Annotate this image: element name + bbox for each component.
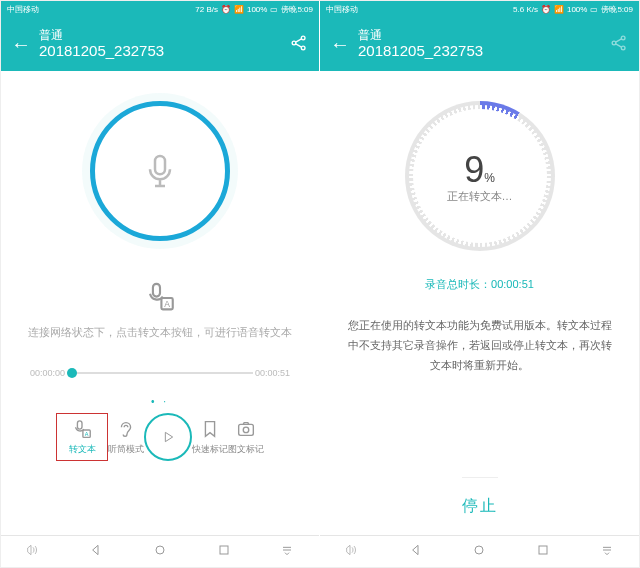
transcribe-icon: A bbox=[71, 419, 93, 441]
signal-icon: 📶 bbox=[554, 5, 564, 14]
photomark-button[interactable]: 图文标记 bbox=[228, 418, 264, 456]
svg-point-11 bbox=[243, 427, 249, 433]
quickmark-button[interactable]: 快速标记 bbox=[192, 418, 228, 456]
status-bar: 中国移动 5.6 K/s ⏰ 📶 100% ▭ 傍晚5:09 bbox=[320, 1, 639, 17]
ring-label: 正在转文本… bbox=[447, 189, 513, 204]
svg-text:A: A bbox=[85, 430, 89, 436]
bookmark-icon bbox=[199, 418, 221, 440]
slider-track[interactable] bbox=[67, 372, 253, 374]
percent-value: 9 bbox=[464, 149, 484, 190]
clock: 傍晚5:09 bbox=[601, 4, 633, 15]
progress-slider[interactable]: 00:00:00 00:00:51 bbox=[30, 368, 290, 378]
transcribe-hint-icon: A bbox=[28, 281, 292, 317]
clock: 傍晚5:09 bbox=[281, 4, 313, 15]
headset-button[interactable]: 听筒模式 bbox=[108, 418, 144, 456]
nav-bar bbox=[320, 535, 639, 567]
svg-text:A: A bbox=[164, 299, 170, 309]
phone-right: 中国移动 5.6 K/s ⏰ 📶 100% ▭ 傍晚5:09 ← 普通 2018… bbox=[320, 1, 639, 567]
svg-point-15 bbox=[621, 36, 625, 40]
carrier: 中国移动 bbox=[7, 4, 39, 15]
nav-recent-icon[interactable] bbox=[216, 542, 232, 562]
stop-button[interactable]: 停止 bbox=[462, 477, 498, 535]
svg-point-0 bbox=[292, 41, 296, 45]
svg-rect-4 bbox=[153, 284, 160, 297]
percent-unit: % bbox=[484, 171, 495, 185]
nav-recent-icon[interactable] bbox=[535, 542, 551, 562]
battery-icon: ▭ bbox=[270, 5, 278, 14]
nav-bar bbox=[1, 535, 319, 567]
net-speed: 72 B/s bbox=[195, 5, 218, 14]
nav-back-icon[interactable] bbox=[408, 542, 424, 562]
carrier: 中国移动 bbox=[326, 4, 358, 15]
nav-home-icon[interactable] bbox=[471, 542, 487, 562]
time-end: 00:00:51 bbox=[255, 368, 290, 378]
play-button[interactable] bbox=[144, 413, 192, 461]
back-icon[interactable]: ← bbox=[330, 33, 350, 56]
svg-point-14 bbox=[612, 41, 616, 45]
hint-block: A 连接网络状态下，点击转文本按钮，可进行语音转文本 bbox=[28, 281, 292, 340]
svg-point-16 bbox=[621, 46, 625, 50]
play-icon bbox=[144, 413, 192, 461]
net-speed: 5.6 K/s bbox=[513, 5, 538, 14]
toolbar: A 转文本 听筒模式 快速标记 图文标记 bbox=[56, 407, 264, 465]
svg-point-1 bbox=[301, 36, 305, 40]
transcribe-label: 转文本 bbox=[69, 443, 96, 456]
status-bar: 中国移动 72 B/s ⏰ 📶 100% ▭ 傍晚5:09 bbox=[1, 1, 319, 17]
svg-point-17 bbox=[475, 546, 483, 554]
share-icon[interactable] bbox=[609, 33, 629, 56]
svg-rect-18 bbox=[539, 546, 547, 554]
headset-label: 听筒模式 bbox=[108, 443, 144, 456]
duration-value: 00:00:51 bbox=[491, 278, 534, 290]
record-circle[interactable] bbox=[90, 101, 230, 241]
duration-line: 录音总时长：00:00:51 bbox=[425, 277, 534, 292]
nav-voice-icon[interactable] bbox=[344, 542, 360, 562]
photomark-label: 图文标记 bbox=[228, 443, 264, 456]
alarm-icon: ⏰ bbox=[541, 5, 551, 14]
ear-icon bbox=[115, 418, 137, 440]
nav-back-icon[interactable] bbox=[88, 542, 104, 562]
svg-point-2 bbox=[301, 46, 305, 50]
svg-rect-13 bbox=[220, 546, 228, 554]
nav-home-icon[interactable] bbox=[152, 542, 168, 562]
slider-knob[interactable] bbox=[67, 368, 77, 378]
progress-ring: 9% 正在转文本… bbox=[405, 101, 555, 251]
battery-pct: 100% bbox=[247, 5, 267, 14]
svg-rect-10 bbox=[239, 424, 254, 435]
app-header: ← 普通 20181205_232753 bbox=[1, 17, 319, 71]
svg-rect-7 bbox=[77, 420, 82, 428]
svg-rect-3 bbox=[155, 156, 165, 174]
phone-left: 中国移动 72 B/s ⏰ 📶 100% ▭ 傍晚5:09 ← 普通 20181… bbox=[1, 1, 320, 567]
camera-icon bbox=[235, 418, 257, 440]
page-dots: • · bbox=[151, 396, 169, 407]
share-icon[interactable] bbox=[289, 33, 309, 56]
header-title: 20181205_232753 bbox=[358, 42, 601, 60]
time-start: 00:00:00 bbox=[30, 368, 65, 378]
transcribe-button[interactable]: A 转文本 bbox=[56, 413, 108, 461]
main-area: A 连接网络状态下，点击转文本按钮，可进行语音转文本 00:00:00 00:0… bbox=[1, 71, 319, 535]
nav-voice-icon[interactable] bbox=[25, 542, 41, 562]
app-header: ← 普通 20181205_232753 bbox=[320, 17, 639, 71]
header-category: 普通 bbox=[39, 28, 281, 42]
notice-text: 您正在使用的转文本功能为免费试用版本。转文本过程中不支持其它录音操作，若返回或停… bbox=[320, 316, 639, 375]
main-area: 9% 正在转文本… 录音总时长：00:00:51 您正在使用的转文本功能为免费试… bbox=[320, 71, 639, 535]
battery-pct: 100% bbox=[567, 5, 587, 14]
signal-icon: 📶 bbox=[234, 5, 244, 14]
battery-icon: ▭ bbox=[590, 5, 598, 14]
back-icon[interactable]: ← bbox=[11, 33, 31, 56]
svg-point-12 bbox=[156, 546, 164, 554]
hint-text: 连接网络状态下，点击转文本按钮，可进行语音转文本 bbox=[28, 325, 292, 340]
header-title: 20181205_232753 bbox=[39, 42, 281, 60]
mic-icon bbox=[140, 151, 180, 191]
alarm-icon: ⏰ bbox=[221, 5, 231, 14]
quickmark-label: 快速标记 bbox=[192, 443, 228, 456]
header-category: 普通 bbox=[358, 28, 601, 42]
duration-label: 录音总时长： bbox=[425, 278, 491, 290]
nav-drawer-icon[interactable] bbox=[599, 542, 615, 562]
nav-drawer-icon[interactable] bbox=[279, 542, 295, 562]
